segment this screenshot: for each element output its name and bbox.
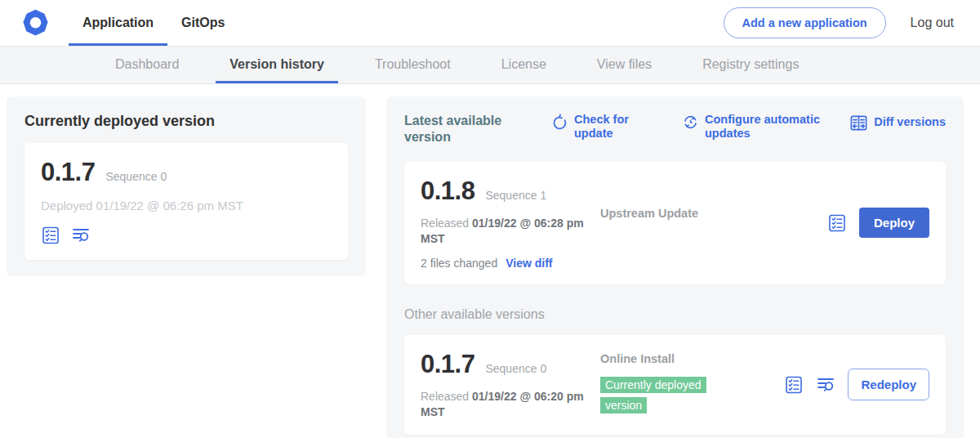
currently-deployed-badge: Currently deployed version [600,377,706,413]
subnav-tab-registry-settings[interactable]: Registry settings [688,47,813,83]
currently-deployed-title: Currently deployed version [24,113,348,130]
diff-versions-label: Diff versions [874,115,946,129]
deployed-timestamp: Deployed 01/19/22 @ 06:26 pm MST [41,199,332,212]
schedule-update-icon [682,114,699,131]
top-navbar: Application GitOps Add a new application… [0,0,980,47]
other-sequence-label: Sequence 0 [485,362,546,375]
check-for-update-label: Check for update [574,113,631,141]
deploy-button[interactable]: Deploy [859,208,929,238]
other-version-source: Online Install [600,352,784,365]
configure-updates-label: Configure automatic updates [705,113,822,141]
diff-versions-icon [849,114,868,132]
subnav-tab-troubleshoot[interactable]: Troubleshoot [361,47,465,83]
add-new-application-button[interactable]: Add a new application [724,7,886,38]
other-version-card: 0.1.7 Sequence 0 Released 01/19/22 @ 06:… [404,335,946,435]
app-subnav: Dashboard Version history Troubleshoot L… [0,47,980,84]
latest-version-source: Upstream Update [600,207,827,220]
preflight-checks-icon[interactable] [827,213,847,233]
configure-updates-link[interactable]: Configure automatic updates [682,113,822,141]
logout-link[interactable]: Log out [911,16,954,30]
check-for-update-link[interactable]: Check for update [551,113,631,141]
refresh-icon [551,114,568,131]
preflight-checks-icon[interactable] [784,375,804,395]
topbar-actions: Add a new application Log out [724,0,980,46]
app-logo[interactable] [20,0,51,46]
deployed-sequence-label: Sequence 0 [105,170,167,183]
main-content: Currently deployed version 0.1.7 Sequenc… [0,84,980,438]
tab-gitops[interactable]: GitOps [167,0,238,46]
latest-released-timestamp: Released 01/19/22 @ 06:28 pm MST [421,216,586,247]
preflight-checks-icon[interactable] [41,226,60,245]
currently-deployed-panel: Currently deployed version 0.1.7 Sequenc… [7,96,366,276]
latest-version-number: 0.1.8 [421,177,474,206]
other-released-timestamp: Released 01/19/22 @ 06:20 pm MST [421,389,586,420]
latest-sequence-label: Sequence 1 [485,189,546,202]
deployed-version-number: 0.1.7 [41,158,95,187]
available-versions-header: Latest available version Check for updat… [404,113,946,145]
subnav-tab-license[interactable]: License [488,47,560,83]
view-diff-link[interactable]: View diff [506,257,552,270]
redeploy-button[interactable]: Redeploy [848,369,929,400]
deployed-version-card: 0.1.7 Sequence 0 Deployed 01/19/22 @ 06:… [24,143,348,260]
view-logs-icon[interactable] [816,375,835,395]
subnav-tab-view-files[interactable]: View files [583,47,666,83]
primary-tabs: Application GitOps [69,0,238,46]
replicated-logo-icon [20,8,51,38]
tab-application[interactable]: Application [69,0,167,46]
files-changed-label: 2 files changed [421,257,497,270]
other-available-versions-title: Other available versions [404,307,946,322]
subnav-tab-dashboard[interactable]: Dashboard [101,47,193,83]
latest-available-title: Latest available version [404,113,509,145]
available-versions-panel: Latest available version Check for updat… [386,96,964,438]
latest-version-card: 0.1.8 Sequence 1 Released 01/19/22 @ 06:… [404,162,946,284]
diff-versions-link[interactable]: Diff versions [849,113,946,132]
subnav-tab-version-history[interactable]: Version history [216,47,338,83]
view-logs-icon[interactable] [71,226,91,245]
other-version-number: 0.1.7 [421,350,474,379]
